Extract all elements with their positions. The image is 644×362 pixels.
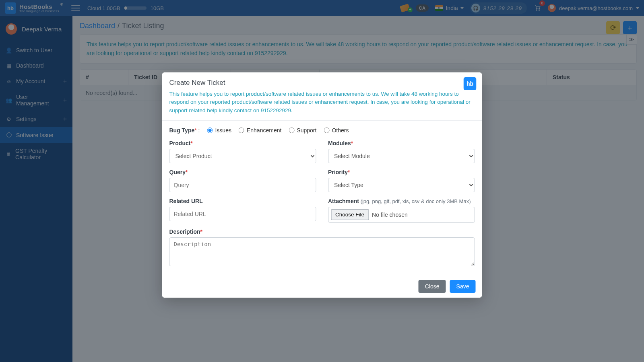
field-priority: Priority* Select Type — [328, 169, 475, 192]
bug-type-label: Bug Type* : — [169, 127, 200, 134]
related-url-label: Related URL — [169, 198, 316, 204]
file-none-label: No file chosen — [372, 212, 408, 218]
radio-issues[interactable] — [207, 128, 213, 133]
field-query: Query* — [169, 169, 316, 192]
file-input-wrap[interactable]: Choose File No file chosen — [328, 207, 475, 223]
field-related-url: Related URL — [169, 198, 316, 223]
field-attachment: Attachment (jpg, png, gif, pdf, xls, csv… — [328, 198, 475, 223]
bug-opt-others[interactable]: Others — [324, 127, 349, 134]
choose-file-button[interactable]: Choose File — [331, 209, 369, 220]
close-button[interactable]: Close — [419, 280, 446, 293]
modal-title: Create New Ticket — [169, 79, 475, 87]
brand-badge: hb — [464, 77, 477, 90]
query-input[interactable] — [169, 178, 316, 192]
modal-note: This feature helps you to report product… — [162, 87, 482, 121]
save-button[interactable]: Save — [450, 280, 476, 293]
field-modules: Modules* Select Module — [328, 140, 475, 163]
bug-opt-support[interactable]: Support — [289, 127, 316, 134]
modules-select[interactable]: Select Module — [328, 149, 475, 163]
modal-header: Create New Ticket hb — [162, 72, 482, 87]
description-textarea[interactable] — [169, 237, 475, 266]
product-select[interactable]: Select Product — [169, 149, 316, 163]
query-label: Query* — [169, 169, 316, 175]
bug-type-row: Bug Type* : Issues Enhancement Support O… — [169, 127, 475, 134]
modules-label: Modules* — [328, 140, 475, 146]
bug-opt-enhancement[interactable]: Enhancement — [239, 127, 281, 134]
description-label: Description* — [169, 228, 475, 235]
product-label: Product* — [169, 140, 316, 146]
attachment-label: Attachment (jpg, png, gif, pdf, xls, csv… — [328, 198, 475, 204]
field-product: Product* Select Product — [169, 140, 316, 163]
field-description: Description* — [169, 228, 475, 267]
bug-opt-issues[interactable]: Issues — [207, 127, 231, 134]
priority-select[interactable]: Select Type — [328, 178, 475, 192]
modal-footer: Close Save — [162, 275, 482, 298]
modal-body: Bug Type* : Issues Enhancement Support O… — [162, 121, 482, 275]
priority-label: Priority* — [328, 169, 475, 175]
radio-enhancement[interactable] — [239, 128, 244, 133]
radio-others[interactable] — [324, 128, 329, 133]
create-ticket-modal: Create New Ticket hb This feature helps … — [162, 72, 482, 298]
related-url-input[interactable] — [169, 207, 316, 221]
radio-support[interactable] — [289, 128, 294, 133]
